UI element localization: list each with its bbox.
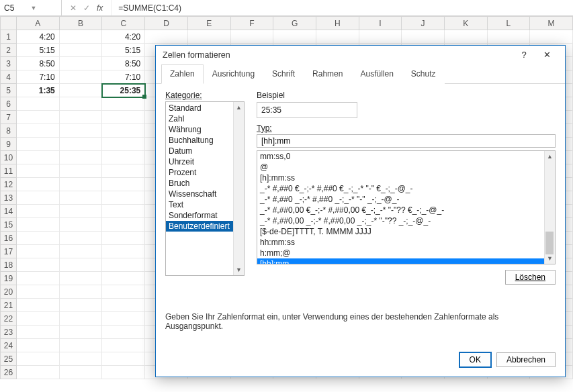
row-header[interactable]: 19 (1, 272, 17, 285)
delete-button[interactable]: Löschen (505, 270, 556, 285)
cell[interactable] (59, 352, 102, 366)
cell[interactable]: 25:35 (102, 84, 145, 97)
cell[interactable] (102, 97, 145, 111)
cell[interactable] (16, 232, 59, 245)
category-item[interactable]: Zahl (166, 113, 244, 124)
cell[interactable] (102, 138, 145, 151)
row-header[interactable]: 9 (1, 138, 17, 151)
row-header[interactable]: 5 (1, 84, 17, 97)
cell[interactable] (16, 178, 59, 191)
ok-button[interactable]: OK (459, 352, 491, 367)
cell[interactable] (59, 258, 102, 272)
category-item[interactable]: Buchhaltung (166, 135, 244, 146)
type-input[interactable] (257, 134, 556, 148)
cell[interactable] (16, 366, 59, 379)
cell[interactable] (59, 57, 102, 70)
row-header[interactable]: 12 (1, 178, 17, 191)
format-list[interactable]: mm:ss,0@[h]:mm:ss_-* #,##0 €_-;-* #,##0 … (257, 150, 556, 264)
cell[interactable] (59, 312, 102, 326)
cell[interactable] (16, 191, 59, 205)
column-header[interactable]: D (145, 17, 188, 30)
tab-rahmen[interactable]: Rahmen (304, 64, 351, 84)
cell[interactable] (102, 339, 145, 352)
cell[interactable]: 7:10 (102, 70, 145, 84)
cell[interactable] (102, 151, 145, 164)
cell[interactable] (59, 138, 102, 151)
cancel-button[interactable]: Abbrechen (496, 352, 556, 367)
format-item[interactable]: h:mm;@ (257, 248, 555, 258)
cell[interactable] (16, 205, 59, 218)
row-header[interactable]: 6 (1, 97, 17, 111)
cell[interactable] (102, 205, 145, 218)
cell[interactable] (102, 366, 145, 379)
cell[interactable] (16, 245, 59, 258)
cell[interactable] (102, 124, 145, 138)
cell[interactable] (16, 312, 59, 326)
cell[interactable] (16, 352, 59, 366)
cell[interactable] (59, 218, 102, 232)
cell[interactable] (59, 232, 102, 245)
cell[interactable] (102, 111, 145, 124)
category-item[interactable]: Datum (166, 146, 244, 156)
accept-formula-icon[interactable]: ✓ (83, 3, 90, 13)
scroll-up-icon[interactable]: ▲ (234, 102, 244, 113)
cell[interactable] (444, 30, 487, 44)
cell[interactable] (59, 245, 102, 258)
row-header[interactable]: 1 (1, 30, 17, 44)
cell[interactable] (16, 272, 59, 285)
row-header[interactable]: 13 (1, 191, 17, 205)
format-item[interactable]: _-* #,##0 €_-;-* #,##0 €_-;_-* "-" €_-;_… (257, 183, 555, 194)
cell[interactable] (102, 285, 145, 299)
cell[interactable] (402, 30, 445, 44)
cell[interactable] (59, 339, 102, 352)
cell[interactable] (102, 312, 145, 326)
cell[interactable] (59, 366, 102, 379)
scroll-down-icon[interactable]: ▼ (545, 253, 555, 264)
cell[interactable] (145, 30, 188, 44)
cell[interactable] (59, 285, 102, 299)
row-header[interactable]: 3 (1, 57, 17, 70)
cell[interactable]: 5:15 (102, 44, 145, 57)
row-header[interactable]: 16 (1, 232, 17, 245)
name-box[interactable]: C5 ▼ (0, 0, 62, 15)
cell[interactable] (59, 272, 102, 285)
column-header[interactable]: B (59, 17, 102, 30)
cell[interactable] (230, 30, 273, 44)
column-header[interactable]: M (530, 17, 573, 30)
category-item[interactable]: Wissenschaft (166, 189, 244, 199)
cell[interactable] (16, 258, 59, 272)
format-item[interactable]: [h]:mm:ss (257, 173, 555, 183)
category-list[interactable]: StandardZahlWährungBuchhaltungDatumUhrze… (165, 101, 245, 276)
category-item[interactable]: Bruch (166, 178, 244, 189)
row-header[interactable]: 22 (1, 312, 17, 326)
row-header[interactable]: 18 (1, 258, 17, 272)
category-scrollbar[interactable]: ▲ ▼ (233, 102, 244, 275)
category-item[interactable]: Sonderformat (166, 210, 244, 221)
tab-schrift[interactable]: Schrift (263, 64, 304, 84)
cell[interactable] (59, 30, 102, 44)
cell[interactable] (102, 191, 145, 205)
category-item[interactable]: Währung (166, 124, 244, 135)
row-header[interactable]: 15 (1, 218, 17, 232)
row-header[interactable]: 11 (1, 164, 17, 178)
cell[interactable]: 4:20 (102, 30, 145, 44)
row-header[interactable]: 20 (1, 285, 17, 299)
cell[interactable] (59, 84, 102, 97)
help-button[interactable]: ? (513, 50, 535, 60)
format-item[interactable]: _-* #,##0,00 €_-;-* #,##0,00 €_-;_-* "-"… (257, 205, 555, 215)
cell[interactable]: 8:50 (102, 57, 145, 70)
cell[interactable] (16, 138, 59, 151)
dialog-title-bar[interactable]: Zellen formatieren ? ✕ (156, 46, 565, 64)
row-header[interactable]: 23 (1, 326, 17, 339)
cell[interactable] (187, 30, 230, 44)
row-header[interactable]: 24 (1, 339, 17, 352)
cell[interactable] (59, 151, 102, 164)
cell[interactable] (273, 30, 316, 44)
cell[interactable] (16, 124, 59, 138)
cell[interactable] (59, 70, 102, 84)
column-header[interactable]: J (402, 17, 445, 30)
cell[interactable] (16, 326, 59, 339)
cell[interactable] (16, 299, 59, 312)
tab-ausfüllen[interactable]: Ausfüllen (351, 64, 402, 84)
cell[interactable] (530, 30, 573, 44)
